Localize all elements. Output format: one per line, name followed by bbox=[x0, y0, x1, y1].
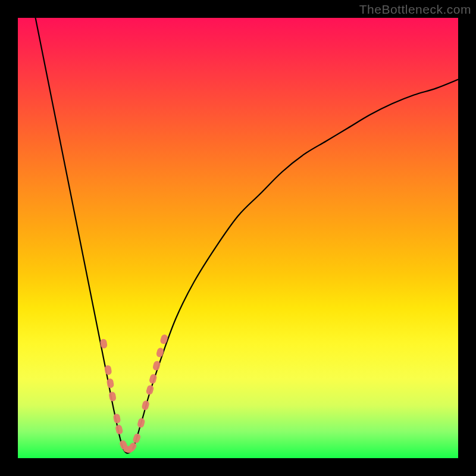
curve-marker bbox=[156, 347, 165, 358]
curve-marker bbox=[159, 334, 168, 345]
curve-marker bbox=[115, 424, 124, 435]
curve-path-group bbox=[36, 18, 458, 453]
curve-marker bbox=[132, 433, 142, 444]
curve-svg bbox=[18, 18, 458, 458]
curve-marker bbox=[108, 392, 117, 402]
chart-container: TheBottleneck.com bbox=[0, 0, 476, 476]
plot-area bbox=[18, 18, 458, 458]
curve-marker bbox=[113, 413, 121, 424]
curve-marker bbox=[137, 418, 146, 428]
watermark-text: TheBottleneck.com bbox=[359, 2, 471, 17]
marker-group bbox=[100, 334, 169, 454]
curve-marker bbox=[146, 384, 155, 395]
curve-marker bbox=[141, 400, 150, 411]
bottleneck-curve-path bbox=[36, 18, 458, 453]
